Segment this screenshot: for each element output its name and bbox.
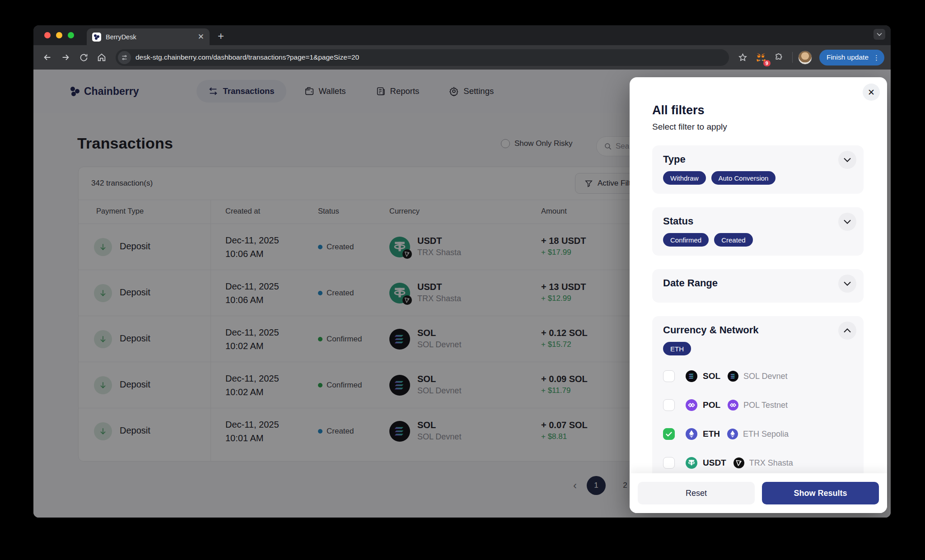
toolbar-divider xyxy=(792,52,793,63)
all-filters-panel: ✕ All filters Select filter to apply Typ… xyxy=(630,77,887,513)
filter-section-status: Status ConfirmedCreated xyxy=(652,207,864,256)
filter-section-date-range: Date Range xyxy=(652,269,864,303)
type-chips: WithdrawAuto Conversion xyxy=(663,171,853,185)
option-checkbox[interactable] xyxy=(663,428,675,440)
network-label: ETH Sepolia xyxy=(743,429,789,439)
reload-icon[interactable] xyxy=(76,50,91,65)
minimize-window-button[interactable] xyxy=(56,32,62,38)
browser-tab-bar: BerryDesk ✕ + xyxy=(33,25,891,45)
currency-symbol: ETH xyxy=(703,429,720,439)
network-label: TRX Shasta xyxy=(749,458,793,468)
back-icon[interactable] xyxy=(40,50,55,65)
currency-symbol: SOL xyxy=(703,371,720,381)
currency-symbol: POL xyxy=(703,400,720,410)
close-window-button[interactable] xyxy=(44,32,51,38)
filter-chip[interactable]: Auto Conversion xyxy=(711,171,776,185)
currency-chips: ETH xyxy=(663,342,853,355)
panel-title: All filters xyxy=(652,103,864,117)
section-title-status: Status xyxy=(663,215,853,227)
macos-window-controls[interactable] xyxy=(44,32,74,38)
currency-option-row[interactable]: POL POL Testnet xyxy=(663,391,853,420)
extension-badge: 9 xyxy=(763,60,771,66)
status-chips: ConfirmedCreated xyxy=(663,233,853,247)
network-icon xyxy=(728,400,738,411)
url-text: desk-stg.chainberry.com/dashboard/transa… xyxy=(135,53,359,61)
check-icon xyxy=(666,403,672,408)
chevron-up-icon[interactable] xyxy=(838,322,856,340)
check-icon xyxy=(666,374,672,379)
filter-chip[interactable]: Created xyxy=(714,233,752,247)
check-icon xyxy=(666,432,672,437)
tab-strip-menu-button[interactable] xyxy=(874,29,885,40)
finish-update-button[interactable]: Finish update ⋮ xyxy=(819,50,884,65)
panel-footer: Reset Show Results xyxy=(630,473,887,513)
address-bar[interactable]: desk-stg.chainberry.com/dashboard/transa… xyxy=(116,49,729,66)
tab-close-icon[interactable]: ✕ xyxy=(198,33,204,41)
filter-chip[interactable]: ETH xyxy=(663,342,691,355)
section-title-currency-network: Currency & Network xyxy=(663,324,853,336)
bookmark-star-icon[interactable] xyxy=(735,50,751,65)
browser-tab[interactable]: BerryDesk ✕ xyxy=(87,28,210,45)
close-icon[interactable]: ✕ xyxy=(863,84,880,101)
berrydesk-favicon-icon xyxy=(92,33,101,42)
chevron-down-icon[interactable] xyxy=(838,213,856,231)
show-results-button[interactable]: Show Results xyxy=(762,482,879,504)
home-icon[interactable] xyxy=(94,50,109,65)
currency-option-row[interactable]: SOL SOL Devnet xyxy=(663,362,853,391)
filter-chip[interactable]: Confirmed xyxy=(663,233,709,247)
filter-section-type: Type WithdrawAuto Conversion xyxy=(652,145,864,194)
filter-section-currency-network: Currency & Network ETH SO xyxy=(652,316,864,486)
metamask-extension-icon[interactable]: 9 xyxy=(753,50,769,65)
network-label: POL Testnet xyxy=(743,401,788,410)
currency-icon xyxy=(686,428,697,440)
option-checkbox[interactable] xyxy=(663,399,675,411)
currency-icon xyxy=(686,399,697,411)
currency-icon xyxy=(686,457,697,469)
browser-window: BerryDesk ✕ + desk-stg.chainberry.com/da… xyxy=(33,25,891,518)
browser-toolbar: desk-stg.chainberry.com/dashboard/transa… xyxy=(33,45,891,70)
section-title-date-range: Date Range xyxy=(663,277,853,289)
chevron-down-icon[interactable] xyxy=(838,151,856,169)
page-content: Chainberry Transactions Wallets xyxy=(33,70,891,518)
network-icon xyxy=(727,429,738,439)
maximize-window-button[interactable] xyxy=(68,32,74,38)
currency-icon xyxy=(686,370,697,382)
extensions-puzzle-icon[interactable] xyxy=(771,50,787,65)
section-title-type: Type xyxy=(663,154,853,165)
site-settings-icon[interactable] xyxy=(118,51,131,64)
network-icon xyxy=(733,457,744,468)
chrome-menu-kebab-icon[interactable]: ⋮ xyxy=(873,54,880,61)
network-icon xyxy=(728,371,738,382)
new-tab-button[interactable]: + xyxy=(218,30,224,45)
currency-symbol: USDT xyxy=(703,458,726,468)
currency-options: SOL SOL Devnet POL POL Testne xyxy=(663,362,853,477)
option-checkbox[interactable] xyxy=(663,457,675,469)
option-checkbox[interactable] xyxy=(663,370,675,382)
currency-option-row[interactable]: ETH ETH Sepolia xyxy=(663,420,853,448)
check-icon xyxy=(666,461,672,466)
reset-button[interactable]: Reset xyxy=(638,482,755,504)
profile-avatar[interactable] xyxy=(798,51,812,65)
finish-update-label: Finish update xyxy=(827,53,869,61)
chevron-down-icon[interactable] xyxy=(838,275,856,293)
panel-subtitle: Select filter to apply xyxy=(652,122,864,132)
forward-icon[interactable] xyxy=(58,50,73,65)
network-label: SOL Devnet xyxy=(743,372,787,381)
tab-title: BerryDesk xyxy=(106,33,193,41)
filter-chip[interactable]: Withdraw xyxy=(663,171,706,185)
